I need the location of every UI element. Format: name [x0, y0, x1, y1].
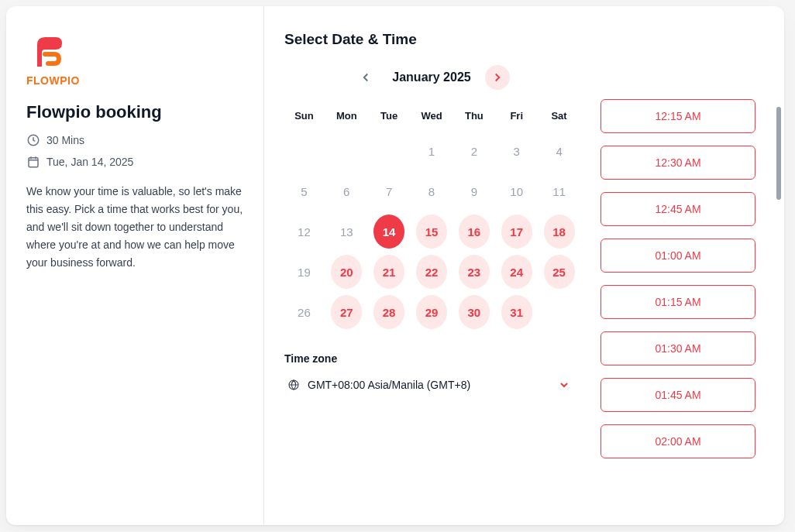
calendar-day[interactable]: 25 — [544, 255, 575, 289]
flowpio-logo-icon — [26, 31, 68, 73]
calendar-day[interactable]: 29 — [416, 295, 447, 329]
calendar-day: 5 — [288, 174, 319, 208]
calendar-day[interactable]: 16 — [459, 215, 490, 249]
weekday-label: Sat — [539, 104, 579, 131]
calendar-day[interactable]: 14 — [373, 215, 404, 249]
chevron-left-icon — [359, 70, 373, 84]
month-nav: January 2025 — [284, 65, 579, 90]
calendar-week: 1234 — [284, 131, 579, 171]
calendar-day: 1 — [416, 134, 447, 168]
timezone-select[interactable]: GMT+08:00 Asia/Manila (GMT+8) — [284, 374, 579, 396]
calendar-week: 567891011 — [284, 171, 579, 211]
booking-description: We know your time is valuable, so let's … — [26, 183, 243, 272]
calendar-day[interactable]: 27 — [331, 295, 362, 329]
weekday-label: Tue — [370, 104, 409, 131]
prev-month-button[interactable] — [353, 65, 378, 90]
calendar-day: 11 — [544, 174, 575, 208]
svg-rect-1 — [29, 158, 38, 167]
calendar-day[interactable]: 18 — [544, 215, 575, 249]
duration-text: 30 Mins — [46, 134, 84, 146]
timezone-block: Time zone GMT+08:00 Asia/Manila (GMT+8) — [284, 352, 579, 396]
schedule-panel: Select Date & Time January 2025 SunMonTu… — [264, 6, 784, 525]
timeslot-button[interactable]: 01:15 AM — [601, 285, 755, 319]
calendar-day[interactable]: 22 — [416, 255, 447, 289]
calendar-day: 2 — [459, 134, 490, 168]
timeslot-button[interactable]: 12:45 AM — [601, 192, 755, 226]
clock-icon — [26, 133, 40, 147]
brand-name: FLOWPIO — [26, 74, 243, 87]
timezone-value: GMT+08:00 Asia/Manila (GMT+8) — [308, 379, 470, 391]
calendar-icon — [26, 155, 40, 169]
duration-row: 30 Mins — [26, 133, 243, 147]
calendar-grid: 1234567891011121314151617181920212223242… — [284, 131, 579, 332]
weekday-label: Thu — [454, 104, 494, 131]
booking-title: Flowpio booking — [26, 102, 243, 122]
calendar-day: 10 — [501, 174, 532, 208]
timeslot-button[interactable]: 01:30 AM — [601, 331, 755, 366]
calendar-week: 262728293031 — [284, 292, 579, 332]
section-heading: Select Date & Time — [284, 31, 579, 48]
weekday-label: Wed — [412, 104, 452, 131]
calendar-day[interactable]: 31 — [501, 295, 532, 329]
chevron-right-icon — [490, 70, 504, 84]
timeslot-button[interactable]: 01:00 AM — [601, 239, 755, 273]
calendar-day: 26 — [288, 295, 319, 329]
selected-date-text: Tue, Jan 14, 2025 — [46, 156, 133, 168]
calendar-day: 12 — [288, 215, 319, 249]
calendar-day[interactable]: 23 — [459, 255, 490, 289]
caret-down-icon — [560, 381, 568, 389]
calendar-day[interactable]: 17 — [501, 215, 532, 249]
timeslot-button[interactable]: 12:30 AM — [601, 146, 755, 180]
calendar-day: 9 — [459, 174, 490, 208]
brand-logo: FLOWPIO — [26, 31, 243, 87]
timezone-label: Time zone — [284, 352, 579, 365]
date-row: Tue, Jan 14, 2025 — [26, 155, 243, 169]
weekday-header: SunMonTueWedThuFriSat — [284, 104, 579, 131]
calendar-week: 12131415161718 — [284, 211, 579, 252]
calendar-column: Select Date & Time January 2025 SunMonTu… — [284, 31, 579, 525]
month-label: January 2025 — [392, 70, 470, 84]
timeslot-button[interactable]: 01:45 AM — [601, 378, 755, 412]
scrollbar-thumb[interactable] — [776, 107, 781, 200]
weekday-label: Mon — [327, 104, 367, 131]
calendar-day: 4 — [544, 134, 575, 168]
calendar-day[interactable]: 24 — [501, 255, 532, 289]
calendar-day[interactable]: 28 — [373, 295, 404, 329]
calendar-week: 19202122232425 — [284, 252, 579, 292]
booking-card: FLOWPIO Flowpio booking 30 Mins Tue, Jan… — [6, 6, 784, 525]
timeslot-column: 12:15 AM12:30 AM12:45 AM01:00 AM01:15 AM… — [601, 31, 764, 525]
calendar-day[interactable]: 30 — [459, 295, 490, 329]
calendar-day: 7 — [373, 174, 404, 208]
timeslot-button[interactable]: 12:15 AM — [601, 99, 755, 133]
calendar-day: 6 — [331, 174, 362, 208]
calendar-day: 8 — [416, 174, 447, 208]
globe-icon — [287, 379, 300, 391]
next-month-button[interactable] — [485, 65, 510, 90]
weekday-label: Fri — [497, 104, 536, 131]
timeslot-button[interactable]: 02:00 AM — [601, 424, 755, 458]
calendar-day: 13 — [331, 215, 362, 249]
weekday-label: Sun — [284, 104, 324, 131]
calendar-day[interactable]: 15 — [416, 215, 447, 249]
calendar-day[interactable]: 21 — [373, 255, 404, 289]
calendar-day: 19 — [288, 255, 319, 289]
calendar-day: 3 — [501, 134, 532, 168]
info-panel: FLOWPIO Flowpio booking 30 Mins Tue, Jan… — [6, 6, 264, 525]
calendar-day[interactable]: 20 — [331, 255, 362, 289]
